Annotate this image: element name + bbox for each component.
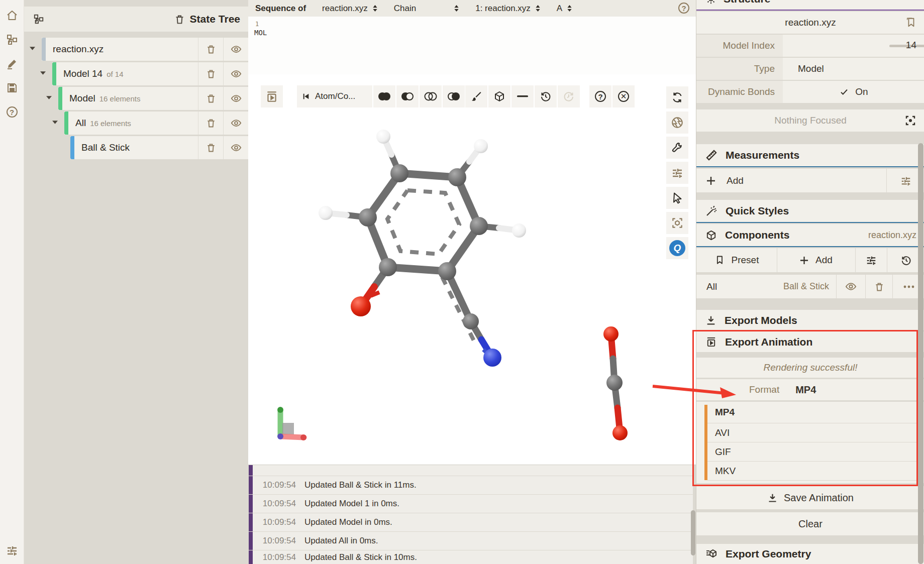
- add-measurement-button[interactable]: Add: [696, 175, 886, 186]
- sequence-structure-select[interactable]: reaction.xyz: [322, 4, 378, 14]
- export-animation-header[interactable]: Export Animation: [696, 331, 924, 353]
- component-trash-icon[interactable]: [865, 275, 892, 298]
- format-value[interactable]: MP4: [795, 384, 816, 396]
- home-icon[interactable]: [4, 7, 21, 24]
- panel-scrollbar[interactable]: [918, 143, 923, 564]
- tree-row-ball-and-stick[interactable]: Ball & Stick: [70, 136, 248, 159]
- delete-node-icon[interactable]: [198, 136, 223, 159]
- save-animation-button[interactable]: Save Animation: [696, 486, 924, 509]
- set-complement-icon[interactable]: [443, 85, 465, 107]
- focus-placeholder: Nothing Focused: [774, 115, 847, 126]
- visibility-eye-icon[interactable]: [223, 87, 248, 110]
- chevron-down-icon[interactable]: [40, 71, 46, 75]
- dynamic-bonds-toggle[interactable]: On: [783, 86, 924, 97]
- export-geometry-header[interactable]: Export Geometry: [696, 544, 924, 564]
- q-badge-icon: Q: [669, 240, 685, 256]
- set-subtract-icon[interactable]: [396, 85, 419, 107]
- set-union-icon[interactable]: [373, 85, 395, 107]
- selection-mode-toggle-button[interactable]: [261, 85, 283, 107]
- format-option-gif[interactable]: GIF: [707, 442, 918, 462]
- edit-pencil-icon[interactable]: [4, 55, 21, 72]
- clear-button[interactable]: Clear: [696, 512, 924, 535]
- reset-camera-icon[interactable]: [666, 86, 688, 108]
- log-level-strip: [249, 532, 253, 550]
- visibility-eye-icon[interactable]: [223, 136, 248, 159]
- component-row-all[interactable]: All Ball & Stick: [696, 275, 924, 298]
- representation-cube-icon[interactable]: [488, 85, 510, 107]
- component-name: All: [696, 281, 717, 292]
- toolbar-close-icon[interactable]: ✕: [612, 85, 635, 107]
- granularity-dropdown[interactable]: Atom/Co...: [297, 85, 372, 107]
- help-icon[interactable]: ?: [4, 103, 21, 121]
- magic-wand-icon: [705, 205, 717, 217]
- log-time: 10:09:54: [253, 499, 296, 509]
- controls-wrench-icon[interactable]: [666, 137, 688, 159]
- save-animation-label: Save Animation: [784, 492, 854, 504]
- set-intersect-icon[interactable]: [420, 85, 442, 107]
- export-animation-title: Export Animation: [725, 336, 812, 348]
- chevron-down-icon[interactable]: [52, 120, 58, 125]
- visibility-eye-icon[interactable]: [223, 111, 248, 135]
- focus-camera-icon[interactable]: [666, 212, 688, 234]
- visibility-eye-icon[interactable]: [223, 62, 248, 85]
- sequence-help-icon[interactable]: ?: [678, 3, 689, 14]
- format-option-mkv[interactable]: MKV: [707, 462, 918, 481]
- toolbar-group-meta: ? ✕: [589, 85, 635, 107]
- log-time: 10:09:54: [253, 480, 296, 490]
- log-message: Updated Model in 0ms.: [304, 517, 392, 527]
- structure-name-row[interactable]: reaction.xyz: [696, 12, 924, 34]
- sequence-unit-select[interactable]: 1: reaction.xyz: [475, 4, 541, 14]
- add-component-button[interactable]: Add: [777, 248, 855, 272]
- quick-access-badge[interactable]: Q: [666, 237, 688, 259]
- state-tree-icon[interactable]: [4, 31, 21, 48]
- log-level-strip: [249, 513, 253, 531]
- format-option-mp4[interactable]: MP4: [707, 402, 918, 423]
- tree-row-label: All: [75, 118, 86, 129]
- export-models-header[interactable]: Export Models: [696, 310, 924, 331]
- bookmark-icon[interactable]: [905, 17, 916, 28]
- structure-section-header[interactable]: Structure: [696, 0, 924, 11]
- tree-row-reaction[interactable]: reaction.xyz: [42, 38, 248, 61]
- format-option-avi[interactable]: AVI: [707, 423, 918, 442]
- subtract-selection-icon[interactable]: [511, 85, 534, 107]
- tree-row-label: Model 14: [63, 68, 102, 79]
- sequence-entity-select[interactable]: Chain: [394, 4, 459, 14]
- component-options-icon[interactable]: [855, 248, 887, 272]
- quick-styles-section-header[interactable]: Quick Styles: [696, 200, 924, 223]
- tree-row-model[interactable]: Model 16 elements: [58, 87, 248, 110]
- delete-node-icon[interactable]: [198, 111, 223, 135]
- visibility-eye-icon[interactable]: [223, 38, 248, 61]
- delete-node-icon[interactable]: [198, 87, 223, 110]
- selection-cursor-icon[interactable]: [666, 187, 688, 209]
- redo-icon[interactable]: [558, 85, 580, 107]
- toolbar-help-icon[interactable]: ?: [589, 85, 611, 107]
- delete-node-icon[interactable]: [198, 62, 223, 85]
- sequence-residues[interactable]: MOL: [254, 29, 267, 37]
- updown-arrows-icon: [567, 5, 572, 12]
- component-eye-icon[interactable]: [836, 275, 865, 298]
- measurements-section-header[interactable]: Measurements: [696, 144, 924, 167]
- clear-state-trash-icon[interactable]: [174, 14, 185, 25]
- settings-sliders-icon[interactable]: [666, 162, 688, 184]
- sequence-chain-select[interactable]: A: [557, 4, 572, 14]
- components-section-header[interactable]: Components reaction.xyz: [696, 224, 924, 247]
- type-value[interactable]: Model: [798, 63, 824, 74]
- settings-sliders-icon[interactable]: [4, 542, 21, 559]
- tree-row-all[interactable]: All 16 elements: [64, 111, 248, 135]
- log-scrollbar[interactable]: [691, 510, 695, 555]
- save-session-icon[interactable]: [4, 79, 21, 96]
- undo-history-icon[interactable]: [535, 85, 557, 107]
- screenshot-shutter-icon[interactable]: [666, 111, 688, 134]
- chevron-down-icon[interactable]: [46, 95, 52, 100]
- plus-icon: [800, 256, 808, 265]
- theme-brush-icon[interactable]: [465, 85, 487, 107]
- format-label: Format: [749, 384, 779, 395]
- preset-button[interactable]: Preset: [696, 255, 777, 266]
- tree-row-model14[interactable]: Model 14 of 14: [52, 62, 248, 85]
- viewport-3d[interactable]: Atom/Co...: [248, 74, 696, 465]
- delete-node-icon[interactable]: [198, 38, 223, 61]
- clear-label: Clear: [798, 518, 823, 530]
- chevron-down-icon[interactable]: [30, 46, 35, 51]
- axes-gizmo: [277, 407, 306, 440]
- focus-target-icon[interactable]: [904, 115, 916, 127]
